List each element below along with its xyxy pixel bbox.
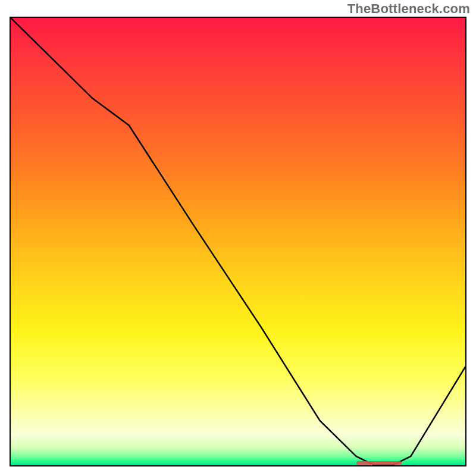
- chart-frame: [10, 17, 466, 466]
- chart-container: TheBottleneck.com: [0, 0, 476, 476]
- curve-path: [11, 18, 465, 465]
- optimum-band-marker: [356, 461, 402, 465]
- bottleneck-curve: [11, 18, 465, 465]
- watermark-text: TheBottleneck.com: [347, 1, 470, 17]
